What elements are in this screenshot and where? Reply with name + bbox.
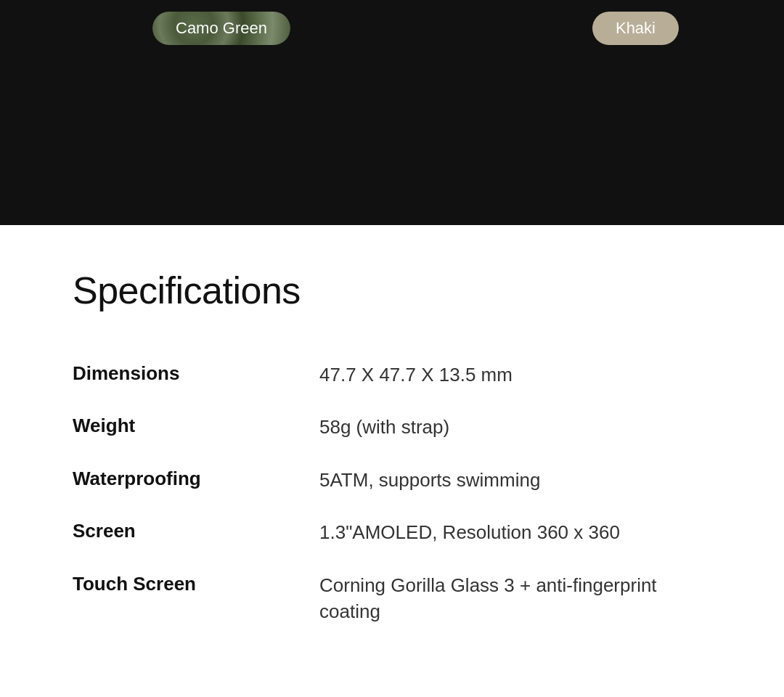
spec-label-1: Weight xyxy=(73,414,319,439)
spec-value-3: 1.3"AMOLED, Resolution 360 x 360 xyxy=(319,519,721,545)
spec-row: Dimensions47.7 X 47.7 X 13.5 mm xyxy=(73,348,721,401)
color-option-camo-green[interactable]: Camo Green xyxy=(152,12,290,45)
spec-label-0: Dimensions xyxy=(73,362,319,386)
specs-section: Specifications Dimensions47.7 X 47.7 X 1… xyxy=(0,225,784,681)
specs-table: Dimensions47.7 X 47.7 X 13.5 mmWeight58g… xyxy=(73,348,721,637)
spec-value-2: 5ATM, supports swimming xyxy=(319,467,721,493)
spec-row: Waterproofing5ATM, supports swimming xyxy=(73,454,721,506)
hero-section: Camo Green Khaki xyxy=(0,0,784,225)
spec-value-0: 47.7 X 47.7 X 13.5 mm xyxy=(319,362,721,388)
color-option-khaki[interactable]: Khaki xyxy=(592,12,679,45)
spec-label-3: Screen xyxy=(73,519,319,544)
spec-row: Touch ScreenCorning Gorilla Glass 3 + an… xyxy=(73,559,721,638)
spec-row: Screen1.3"AMOLED, Resolution 360 x 360 xyxy=(73,506,721,558)
spec-label-2: Waterproofing xyxy=(73,467,319,492)
spec-label-4: Touch Screen xyxy=(73,572,319,597)
spec-value-4: Corning Gorilla Glass 3 + anti-fingerpri… xyxy=(319,572,721,625)
spec-value-1: 58g (with strap) xyxy=(319,414,721,440)
specs-title: Specifications xyxy=(73,269,721,312)
spec-row: Weight58g (with strap) xyxy=(73,401,721,453)
